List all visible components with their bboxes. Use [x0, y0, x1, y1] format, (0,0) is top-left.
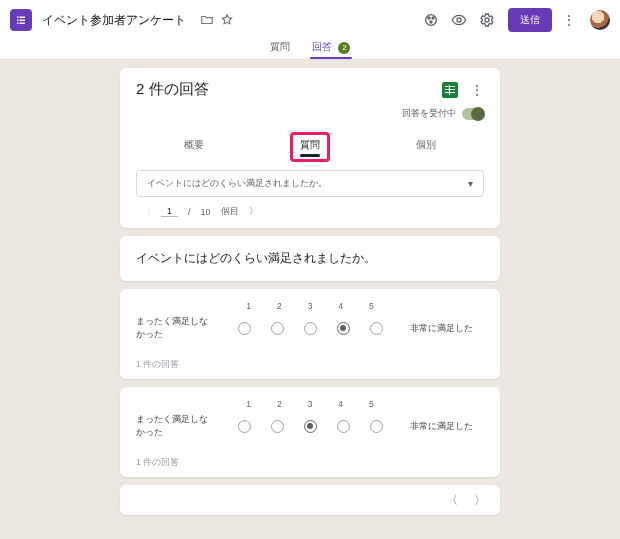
question-title: イベントにはどのくらい満足されましたか。 [136, 251, 376, 265]
chevron-down-icon: ▾ [468, 178, 473, 189]
sheets-icon[interactable] [442, 82, 458, 98]
nav-next-icon[interactable]: 〉 [474, 492, 486, 509]
question-title-card: イベントにはどのくらい満足されましたか。 [120, 236, 500, 281]
scale-option-5 [370, 322, 383, 335]
scale-header: 1 2 3 4 5 [136, 301, 484, 311]
scale-num: 1 [246, 399, 251, 409]
scale-option-4 [337, 420, 350, 433]
response-view-tabs: 概要 質問 個別 [136, 134, 484, 160]
pager-sep: / [188, 207, 191, 217]
scale-option-1 [238, 322, 251, 335]
responses-count-badge: 2 [338, 42, 350, 54]
accepting-responses-row: 回答を受付中 [136, 107, 484, 120]
tab-label: 回答 [312, 41, 332, 52]
scale-option-2 [271, 420, 284, 433]
question-pager: 〈 1 / 10 個目 〉 [142, 205, 484, 218]
pager-next-icon[interactable]: 〉 [249, 205, 258, 218]
svg-rect-4 [17, 23, 19, 25]
scale-option-4 [337, 322, 350, 335]
settings-icon[interactable] [476, 9, 498, 31]
svg-point-9 [430, 21, 432, 23]
tab-responses[interactable]: 回答 2 [312, 40, 351, 59]
main-area: 2 件の回答 ⋮ 回答を受付中 概要 質問 個別 イベントにはどのくらい満足され… [0, 60, 620, 515]
scale-num: 2 [277, 301, 282, 311]
card-more-icon[interactable]: ⋮ [470, 84, 484, 96]
scale-left-label: まったく満足しなかった [136, 315, 210, 341]
svg-point-10 [457, 18, 461, 22]
scale-num: 4 [338, 301, 343, 311]
svg-point-7 [428, 17, 430, 19]
theme-icon[interactable] [420, 9, 442, 31]
app-header: イベント参加者アンケート 送信 ⋮ [0, 0, 620, 34]
accepting-label: 回答を受付中 [402, 107, 456, 120]
pager-prev-icon[interactable]: 〈 [142, 205, 151, 218]
svg-point-8 [432, 17, 434, 19]
svg-point-6 [426, 15, 437, 26]
scale-num: 3 [308, 301, 313, 311]
scale-num: 4 [338, 399, 343, 409]
bottom-nav-card: 〈 〉 [120, 485, 500, 515]
tab-questions[interactable]: 質問 [270, 40, 290, 59]
response-count-footer: 1 件の回答 [136, 353, 484, 371]
pager-current[interactable]: 1 [161, 206, 178, 217]
scale-right-label: 非常に満足した [410, 420, 484, 433]
pager-total: 10 [201, 207, 211, 217]
forms-logo [10, 9, 32, 31]
inner-tab-individual[interactable]: 個別 [408, 134, 444, 160]
scale-num: 5 [369, 399, 374, 409]
scale-option-1 [238, 420, 251, 433]
scale-option-2 [271, 322, 284, 335]
star-icon[interactable] [220, 13, 234, 27]
scale-num: 1 [246, 301, 251, 311]
account-avatar[interactable] [590, 10, 610, 30]
inner-tab-overview[interactable]: 概要 [176, 134, 212, 160]
scale-right-label: 非常に満足した [410, 322, 484, 335]
scale-header: 1 2 3 4 5 [136, 399, 484, 409]
response-card: 1 2 3 4 5 まったく満足しなかった 非常に満足した 1 件の回答 [120, 289, 500, 379]
scale-left-label: まったく満足しなかった [136, 413, 210, 439]
svg-rect-0 [17, 17, 19, 19]
folder-icon[interactable] [200, 13, 214, 27]
scale-num: 2 [277, 399, 282, 409]
svg-rect-1 [20, 17, 26, 19]
scale-option-3 [304, 420, 317, 433]
tab-label: 質問 [270, 41, 290, 52]
svg-rect-3 [20, 20, 26, 22]
svg-rect-5 [20, 23, 26, 25]
svg-point-11 [485, 18, 489, 22]
form-title[interactable]: イベント参加者アンケート [42, 12, 186, 29]
top-tabs: 質問 回答 2 [0, 34, 620, 60]
scale-radios [238, 420, 383, 433]
scale-num: 5 [369, 301, 374, 311]
scale-option-5 [370, 420, 383, 433]
svg-rect-2 [17, 20, 19, 22]
nav-prev-icon[interactable]: 〈 [446, 492, 458, 509]
more-menu-icon[interactable]: ⋮ [558, 9, 580, 31]
pager-unit: 個目 [221, 205, 239, 218]
preview-icon[interactable] [448, 9, 470, 31]
scale-num: 3 [308, 399, 313, 409]
inner-tab-question[interactable]: 質問 [292, 134, 328, 160]
question-selector[interactable]: イベントにはどのくらい満足されましたか。 ▾ [136, 170, 484, 197]
accepting-toggle[interactable] [462, 108, 484, 120]
responses-summary-card: 2 件の回答 ⋮ 回答を受付中 概要 質問 個別 イベントにはどのくらい満足され… [120, 68, 500, 228]
scale-radios [238, 322, 383, 335]
response-card: 1 2 3 4 5 まったく満足しなかった 非常に満足した 1 件の回答 [120, 387, 500, 477]
responses-count-title: 2 件の回答 [136, 80, 442, 99]
scale-option-3 [304, 322, 317, 335]
response-count-footer: 1 件の回答 [136, 451, 484, 469]
send-button[interactable]: 送信 [508, 8, 552, 32]
selector-text: イベントにはどのくらい満足されましたか。 [147, 177, 327, 190]
